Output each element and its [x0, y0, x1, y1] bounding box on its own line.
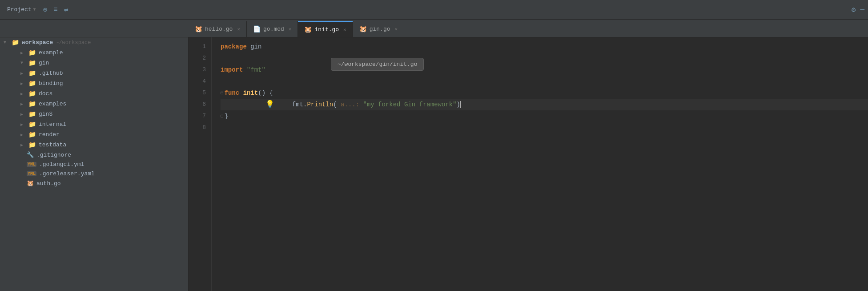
auth-label: auth.go: [36, 180, 61, 187]
workspace-arrow: ▼: [4, 40, 9, 45]
lightbulb-icon[interactable]: 💡: [265, 101, 274, 109]
line-num-7: 7: [189, 110, 206, 122]
code-line-3: import "fmt": [221, 64, 868, 76]
render-folder-icon: 📁: [28, 131, 36, 138]
code-line-2: [221, 53, 868, 64]
string-arg: "my forked Gin framework": [363, 99, 457, 110]
add-icon[interactable]: ⊕: [43, 5, 48, 14]
sidebar-item-gins[interactable]: ▶ 📁 ginS: [0, 109, 188, 119]
tab-label-gin: gin.go: [370, 26, 390, 32]
fmt-package: fmt: [292, 99, 303, 110]
code-area: 1 2 3 4 5 6 7 8 package gin: [189, 37, 868, 291]
tab-icon-init: 🐹: [304, 26, 312, 33]
sidebar-item-golangci[interactable]: YML .golangci.yml: [0, 160, 188, 169]
tab-icon-gomod: 📄: [253, 25, 261, 33]
golangci-label: .golangci.yml: [39, 161, 84, 168]
close-gin-tab[interactable]: ✕: [395, 26, 398, 32]
project-label-text: Project: [7, 6, 32, 13]
line-num-6: 6: [189, 99, 206, 110]
testdata-folder-icon: 📁: [28, 141, 36, 149]
internal-folder-icon: 📁: [28, 121, 36, 128]
code-line-4: [221, 76, 868, 87]
import-path: "fmt": [247, 64, 265, 76]
sidebar-item-docs[interactable]: ▶ 📁 docs: [0, 89, 188, 99]
close-hello-tab[interactable]: ✕: [237, 26, 240, 32]
close-gomod-tab[interactable]: ✕: [289, 26, 292, 32]
tab-gin-go[interactable]: 🐹 gin.go ✕: [353, 21, 404, 37]
workspace-path: ~/workspace: [56, 40, 91, 46]
tab-icon-gin: 🐹: [359, 25, 367, 33]
example-folder-icon: 📁: [28, 49, 36, 57]
code-line-1: package gin: [221, 41, 868, 53]
binding-label: binding: [39, 80, 63, 87]
testdata-label: testdata: [39, 141, 66, 148]
code-line-7: ⊟ }: [221, 110, 868, 122]
expand-icon[interactable]: ⇌: [64, 5, 68, 14]
sidebar-item-goreleaser[interactable]: YML .goreleaser.yaml: [0, 169, 188, 178]
package-name: gin: [250, 41, 261, 53]
tab-bar: 🐹 hello.go ✕ 📄 go.mod ✕ 🐹 init.go ✕ 🐹 gi…: [0, 20, 868, 37]
main-area: ▼ 📁 workspace ~/workspace ▶ 📁 example ▼ …: [0, 37, 868, 291]
title-bar-right: ⚙ —: [852, 5, 864, 14]
tab-init-go[interactable]: 🐹 init.go ✕: [298, 21, 353, 37]
workspace-folder-icon: 📁: [12, 39, 19, 46]
sidebar-item-github[interactable]: ▶ 📁 .github: [0, 68, 188, 78]
sidebar-item-binding[interactable]: ▶ 📁 binding: [0, 78, 188, 89]
workspace-root[interactable]: ▼ 📁 workspace ~/workspace: [0, 37, 188, 48]
minimize-icon[interactable]: —: [860, 6, 864, 14]
line-num-8: 8: [189, 122, 206, 133]
docs-label: docs: [39, 90, 52, 97]
examples-folder-icon: 📁: [28, 100, 36, 108]
sidebar-item-auth-go[interactable]: 🐹 auth.go: [0, 178, 188, 188]
gins-folder-icon: 📁: [28, 110, 36, 118]
example-arrow-icon: ▶: [20, 50, 26, 56]
gin-arrow-icon: ▼: [20, 61, 26, 65]
line-num-4: 4: [189, 76, 206, 87]
github-label: .github: [39, 70, 63, 77]
code-content[interactable]: package gin import "fmt" ⊟ fun: [212, 37, 868, 291]
docs-folder-icon: 📁: [28, 90, 36, 97]
tab-icon-hello: 🐹: [195, 25, 202, 33]
auth-file-icon: 🐹: [27, 180, 34, 187]
tab-hello-go[interactable]: 🐹 hello.go ✕: [189, 21, 247, 37]
sidebar-item-testdata[interactable]: ▶ 📁 testdata: [0, 140, 188, 150]
render-label: render: [39, 131, 60, 138]
line-num-5: 5: [189, 87, 206, 99]
collapse-all-icon[interactable]: ≡: [53, 6, 58, 14]
internal-arrow-icon: ▶: [20, 122, 26, 127]
examples-label: examples: [39, 101, 66, 107]
sidebar-item-internal[interactable]: ▶ 📁 internal: [0, 119, 188, 129]
println-method: Println: [307, 99, 333, 110]
text-cursor: [460, 101, 461, 108]
examples-arrow-icon: ▶: [20, 101, 26, 107]
tab-go-mod[interactable]: 📄 go.mod ✕: [247, 21, 298, 37]
code-editor[interactable]: ~/workspace/gin/init.go 1 2 3 4 5 6 7 8 …: [189, 37, 868, 291]
settings-icon[interactable]: ⚙: [852, 5, 856, 14]
project-dropdown[interactable]: Project ▼: [4, 4, 40, 15]
tab-label-hello: hello.go: [205, 26, 233, 32]
close-brace: }: [225, 110, 228, 122]
github-folder-icon: 📁: [28, 69, 36, 77]
sidebar-item-gitignore[interactable]: 🔧 .gitignore: [0, 150, 188, 160]
gins-label: ginS: [39, 111, 52, 117]
gin-folder-icon: 📁: [28, 59, 36, 67]
sidebar-item-gin[interactable]: ▼ 📁 gin: [0, 58, 188, 68]
line-num-3: 3: [189, 64, 206, 76]
golangci-file-icon: YML: [27, 162, 36, 167]
title-bar: Project ▼ ⊕ ≡ ⇌ ⚙ —: [0, 0, 868, 20]
sidebar-item-example[interactable]: ▶ 📁 example: [0, 48, 188, 58]
tab-label-init: init.go: [314, 26, 339, 33]
line-num-2: 2: [189, 53, 206, 64]
tab-label-gomod: go.mod: [263, 26, 284, 32]
close-paren: ): [457, 99, 460, 110]
sidebar-item-examples[interactable]: ▶ 📁 examples: [0, 99, 188, 109]
line-numbers: 1 2 3 4 5 6 7 8: [189, 37, 212, 291]
close-init-tab[interactable]: ✕: [343, 27, 346, 32]
sidebar-item-render[interactable]: ▶ 📁 render: [0, 129, 188, 140]
line-num-1: 1: [189, 41, 206, 53]
testdata-arrow-icon: ▶: [20, 142, 26, 148]
internal-label: internal: [39, 121, 66, 128]
fold-brace-icon[interactable]: ⊟: [221, 110, 224, 122]
goreleaser-file-icon: YML: [27, 171, 36, 176]
open-paren: (: [333, 99, 337, 110]
